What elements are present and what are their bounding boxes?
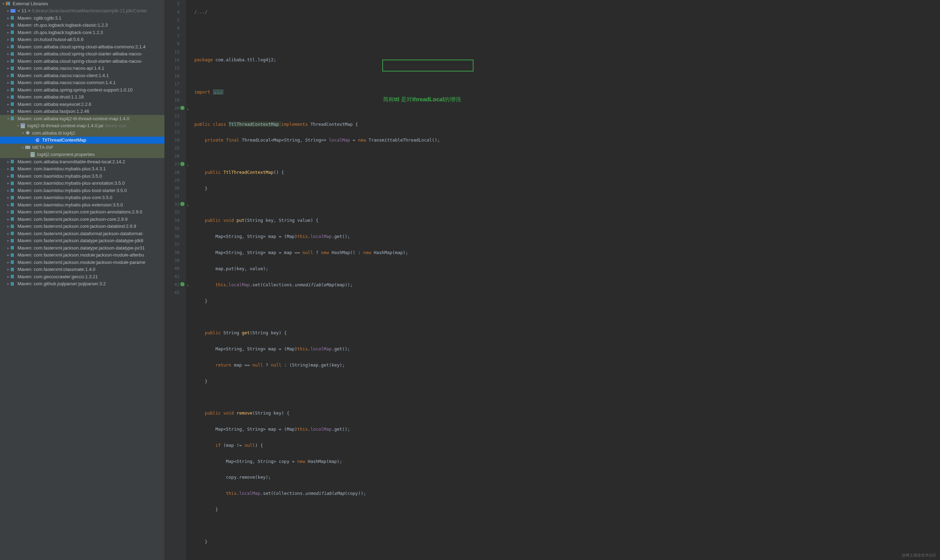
maven-lib-node[interactable]: ▸Maven: com.baomidou:mybatis-plus-core:3… — [0, 194, 165, 202]
line-number: 21 — [165, 112, 180, 120]
library-icon — [11, 217, 15, 222]
maven-lib-node[interactable]: ▸Maven: com.fasterxml.jackson.module:jac… — [0, 258, 165, 266]
svg-text:C: C — [36, 138, 39, 142]
maven-lib-node[interactable]: ▸Maven: com.fasterxml.jackson.core:jacks… — [0, 215, 165, 223]
svg-rect-85 — [13, 217, 14, 221]
external-libraries-node[interactable]: ▾ External Libraries — [0, 0, 165, 8]
maven-lib-node[interactable]: ▸Maven: ch.qos.logback:logback-core:1.2.… — [0, 29, 165, 36]
library-icon — [11, 202, 15, 207]
svg-rect-88 — [13, 225, 14, 228]
code-area[interactable]: /.../ package com.alibaba.ttl.log4j2; im… — [186, 0, 440, 560]
svg-rect-33 — [12, 81, 12, 85]
folder-icon — [11, 8, 15, 13]
svg-rect-92 — [11, 239, 12, 243]
svg-rect-23 — [11, 59, 12, 63]
svg-rect-55 — [25, 146, 30, 149]
maven-lib-node[interactable]: ▸Maven: com.baomidou:mybatis-plus-extens… — [0, 201, 165, 209]
library-icon — [11, 181, 15, 186]
package-node[interactable]: ▾ com.alibaba.ttl.log4j2 — [0, 129, 165, 137]
maven-lib-node[interactable]: ▸Maven: com.github.jsqlparser:jsqlparser… — [0, 280, 165, 288]
library-icon — [11, 231, 15, 236]
maven-lib-node[interactable]: ▸Maven: com.fasterxml.jackson.module:jac… — [0, 252, 165, 259]
jar-node[interactable]: ▾ log4j2-ttl-thread-context-map-1.4.0.ja… — [0, 122, 165, 130]
svg-rect-28 — [13, 66, 14, 70]
library-icon — [11, 245, 15, 250]
line-number: 27↓ — [165, 160, 180, 169]
svg-rect-15 — [12, 38, 12, 42]
code-editor[interactable]: 3456781314151617181920↑21222324252627↓28… — [165, 0, 940, 560]
svg-rect-80 — [11, 210, 12, 214]
library-icon — [11, 44, 15, 49]
line-number: 39 — [165, 257, 180, 265]
svg-rect-67 — [13, 174, 14, 178]
svg-rect-43 — [13, 102, 14, 106]
maven-lib-node[interactable]: ▸Maven: cn.hutool:hutool-all:5.6.6 — [0, 36, 165, 43]
project-tree[interactable]: ▾ External Libraries ▸ < 11 > /Library/J… — [0, 0, 165, 560]
svg-rect-79 — [13, 203, 14, 206]
library-icon — [11, 30, 15, 35]
maven-lib-node[interactable]: ▸Maven: com.baomidou:mybatis-plus:3.4.3.… — [0, 165, 165, 173]
maven-lib-node[interactable]: ▸Maven: com.alibaba.cloud:spring-cloud-s… — [0, 51, 165, 58]
svg-rect-41 — [11, 102, 12, 106]
maven-lib-node[interactable]: ▸Maven: com.baomidou:mybatis-plus-boot-s… — [0, 187, 165, 194]
svg-rect-97 — [13, 246, 14, 249]
maven-lib-node[interactable]: ▸Maven: com.alibaba:easyexcel:2.2.6 — [0, 101, 165, 108]
maven-lib-expanded[interactable]: ▾ Maven: com.alibaba:log4j2-ttl-thread-c… — [0, 115, 165, 122]
svg-rect-99 — [12, 253, 12, 257]
maven-lib-node[interactable]: ▸Maven: com.alibaba.nacos:nacos-common:1… — [0, 79, 165, 86]
maven-lib-node[interactable]: ▸Maven: com.geccocrawler:gecco:1.3.21 — [0, 273, 165, 280]
line-number: 3 — [165, 0, 180, 8]
maven-lib-node[interactable]: ▸Maven: ch.qos.logback:logback-classic:1… — [0, 22, 165, 29]
properties-file-node[interactable]: log4j2.component.properties — [0, 151, 165, 158]
svg-rect-18 — [12, 45, 12, 48]
maven-lib-node[interactable]: ▸Maven: com.alibaba.cloud:spring-cloud-s… — [0, 57, 165, 65]
svg-rect-45 — [12, 110, 12, 113]
svg-rect-11 — [11, 31, 12, 34]
gutter: 3456781314151617181920↑21222324252627↓28… — [165, 0, 186, 560]
maven-lib-node[interactable]: ▸Maven: com.alibaba:fastjson:1.2.46 — [0, 108, 165, 115]
maven-lib-node[interactable]: ▸Maven: com.alibaba.nacos:nacos-api:1.4.… — [0, 65, 165, 72]
svg-rect-47 — [11, 117, 12, 120]
svg-rect-61 — [13, 160, 14, 163]
svg-rect-9 — [12, 23, 12, 27]
maven-lib-node[interactable]: ▸Maven: cglib:cglib:3.1 — [0, 14, 165, 22]
svg-rect-34 — [13, 81, 14, 85]
maven-lib-node[interactable]: ▸Maven: com.alibaba.nacos:nacos-client:1… — [0, 72, 165, 79]
maven-lib-node[interactable]: ▸Maven: com.alibaba.spring:spring-contex… — [0, 86, 165, 94]
library-icon — [11, 58, 15, 63]
svg-rect-26 — [11, 66, 12, 70]
svg-rect-66 — [12, 174, 12, 178]
library-icon — [11, 52, 15, 57]
class-node-selected[interactable]: C TtlThreadContextMap — [0, 137, 165, 144]
library-icon — [11, 159, 15, 164]
line-number: 19 — [165, 96, 180, 105]
maven-lib-node[interactable]: ▸Maven: com.fasterxml.jackson.core:jacks… — [0, 223, 165, 230]
library-icon — [11, 37, 15, 42]
line-number: 17 — [165, 80, 180, 88]
svg-rect-69 — [12, 182, 12, 185]
maven-lib-node[interactable]: ▸Maven: com.alibaba.cloud:spring-cloud-a… — [0, 43, 165, 51]
line-number: 37 — [165, 241, 180, 249]
library-icon — [11, 174, 15, 178]
jdk-node[interactable]: ▸ < 11 > /Library/Java/JavaVirtualMachin… — [0, 8, 165, 15]
line-number: 32↑ — [165, 200, 180, 209]
line-number: 20↑ — [165, 105, 180, 112]
svg-rect-32 — [11, 81, 12, 85]
svg-rect-63 — [12, 167, 12, 171]
maven-lib-node[interactable]: ▸Maven: com.fasterxml.jackson.dataformat… — [0, 230, 165, 237]
svg-rect-6 — [12, 16, 12, 20]
svg-rect-84 — [12, 217, 12, 221]
svg-rect-76 — [13, 196, 14, 199]
maven-lib-node[interactable]: ▸Maven: com.baomidou:mybatis-plus:3.5.0 — [0, 172, 165, 180]
maven-lib-node[interactable]: ▸Maven: com.alibaba:druid:1.1.18 — [0, 94, 165, 101]
maven-lib-node[interactable]: ▸Maven: com.alibaba:transmittable-thread… — [0, 158, 165, 165]
maven-lib-node[interactable]: ▸Maven: com.baomidou:mybatis-plus-annota… — [0, 180, 165, 187]
maven-lib-node[interactable]: ▸Maven: com.fasterxml:classmate:1.4.0 — [0, 266, 165, 273]
svg-rect-8 — [11, 23, 12, 27]
maven-lib-node[interactable]: ▸Maven: com.fasterxml.jackson.datatype:j… — [0, 244, 165, 252]
maven-lib-node[interactable]: ▸Maven: com.fasterxml.jackson.datatype:j… — [0, 237, 165, 245]
line-number: 4 — [165, 8, 180, 16]
svg-rect-4 — [11, 9, 15, 12]
meta-inf-node[interactable]: ▸ META-INF — [0, 144, 165, 151]
maven-lib-node[interactable]: ▸Maven: com.fasterxml.jackson.core:jacks… — [0, 209, 165, 216]
